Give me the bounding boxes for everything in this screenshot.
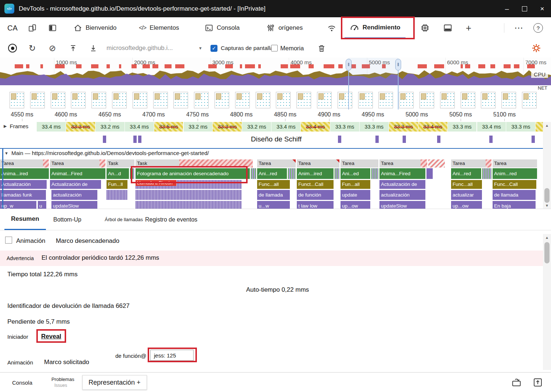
help-button[interactable]: ? <box>533 17 543 39</box>
close-button[interactable]: × <box>533 0 551 17</box>
screenshot-thumbnail[interactable] <box>358 92 373 108</box>
profile-label[interactable]: CA <box>7 17 18 39</box>
screenshot-thumbnail[interactable] <box>112 92 127 108</box>
layout-shift-marker[interactable] <box>133 136 137 143</box>
drawer-tab-issues[interactable]: Issues <box>54 383 67 388</box>
record-button[interactable] <box>8 39 17 58</box>
flame-bar[interactable]: Ani...ed <box>341 168 371 179</box>
frame-cell[interactable]: 33.3 ms <box>506 122 535 132</box>
frame-cell[interactable]: 33.5 ms <box>154 122 183 132</box>
download-profile-button[interactable] <box>89 39 97 58</box>
scrollbar-thumb[interactable] <box>544 188 550 203</box>
flame-bar[interactable]: An...d <box>107 168 129 179</box>
flame-bar[interactable]: de llamada <box>257 190 290 200</box>
summary-scrollbar[interactable]: ▲ <box>543 234 551 370</box>
flame-bar[interactable]: Task <box>136 159 253 168</box>
screenshot-thumbnail[interactable] <box>481 92 496 108</box>
range-handle-left[interactable]: ‖ <box>346 59 352 71</box>
tab-origenes[interactable]: orígenes <box>266 17 303 39</box>
flame-bar[interactable]: up...ow <box>451 201 482 209</box>
flame-bar[interactable] <box>371 168 379 179</box>
frame-cell[interactable]: 33.4 ms <box>301 122 330 132</box>
flame-bar[interactable]: up...ow <box>341 201 371 209</box>
tab-registro-eventos[interactable]: Registro de eventos <box>145 209 197 230</box>
frame-cell[interactable]: 33.4 ms <box>125 122 154 132</box>
screenshot-thumbnail[interactable] <box>91 92 106 108</box>
screenshot-thumbnail[interactable] <box>419 92 434 108</box>
frame-cell[interactable]: 33.2 ms <box>242 122 271 132</box>
profile-select-caret-icon[interactable]: ▼ <box>198 39 202 58</box>
flame-scrollbar[interactable]: ▲ ▼ <box>543 122 551 209</box>
main-track-header[interactable]: ▼ Main — https://microsoftedge.github.io… <box>0 148 551 157</box>
screenshot-thumbnail[interactable] <box>317 92 332 108</box>
screenshot-thumbnail[interactable] <box>461 92 475 108</box>
flame-bar[interactable]: de función <box>297 190 334 200</box>
screenshot-thumbnail[interactable] <box>440 92 455 108</box>
capture-settings-button[interactable] <box>531 39 541 58</box>
frame-cell[interactable]: 33.3 ms <box>360 122 389 132</box>
range-handle-right[interactable]: ‖ <box>395 59 401 71</box>
flame-bar[interactable]: En baja <box>493 201 536 209</box>
flame-bar[interactable] <box>335 168 340 179</box>
tab-resumen[interactable]: Resumen <box>4 209 46 230</box>
frame-cell[interactable]: 33.4 ms <box>271 122 300 132</box>
flame-bar[interactable]: Tarea <box>297 159 340 168</box>
minimize-button[interactable]: – <box>498 0 516 17</box>
tab-consola[interactable]: Consola <box>205 17 240 39</box>
frame-cell[interactable]: 33.3 ms <box>213 122 242 132</box>
flame-bar[interactable] <box>136 190 242 200</box>
memory-checkbox[interactable] <box>271 39 278 58</box>
flame-bar[interactable] <box>482 168 492 179</box>
flame-bar[interactable]: actualizar <box>451 190 482 200</box>
reveal-link[interactable]: Reveal <box>41 333 61 340</box>
screenshot-thumbnail[interactable] <box>399 92 414 108</box>
flame-bar[interactable]: u...w <box>257 201 290 209</box>
frames-track[interactable]: ▶ Frames 33.4 ms33.3 ms33.2 ms33.4 ms33.… <box>0 121 551 133</box>
frame-cell[interactable]: 33.3 ms <box>389 122 418 132</box>
flame-bar[interactable] <box>107 190 128 200</box>
selected-time-range[interactable] <box>349 58 398 85</box>
flame-bar[interactable]: Tarea <box>341 159 379 168</box>
flame-bar[interactable]: Tarea <box>493 159 537 168</box>
memory-label[interactable]: Memoria <box>280 39 304 58</box>
screenshot-thumbnail[interactable] <box>378 92 393 108</box>
flame-chart[interactable]: TareaTareaTaskTaskTareaTareaTareaTareaTa… <box>0 157 543 209</box>
screenshot-thumbnail[interactable] <box>194 92 209 108</box>
maximize-button[interactable] <box>516 0 533 17</box>
expand-drawer-button[interactable] <box>533 377 543 388</box>
layout-shift-marker[interactable] <box>375 136 379 143</box>
flame-bar[interactable]: Task <box>107 159 135 168</box>
flame-bar[interactable]: u <box>38 201 47 209</box>
flame-bar[interactable]: Func...all <box>257 180 290 189</box>
function-source-link[interactable]: jess: 125 <box>150 350 194 361</box>
frame-cell[interactable]: 33.4 ms <box>477 122 506 132</box>
flame-bar[interactable]: update <box>341 190 371 200</box>
drawer-tab-problemas[interactable]: Problemas <box>51 377 74 382</box>
layout-panel-button[interactable] <box>443 17 453 39</box>
flame-bar[interactable]: Tarea <box>379 159 428 168</box>
summary-checkbox[interactable] <box>5 237 12 244</box>
flame-bar[interactable]: Ani...red <box>451 168 482 179</box>
screenshot-thumbnail[interactable] <box>235 92 250 108</box>
frames-track-header[interactable]: ▶ Frames <box>4 123 28 129</box>
screenshot-thumbnail[interactable] <box>173 92 188 108</box>
flame-bar[interactable]: Func...all <box>451 180 482 189</box>
flame-bar[interactable]: llamadas funk <box>0 190 46 200</box>
flame-bar[interactable]: Fotograma de animación desencadenado <box>136 168 250 179</box>
flame-bar[interactable] <box>428 159 445 168</box>
flame-bar[interactable]: Func...Call <box>493 180 537 189</box>
drawer-tab-consola[interactable]: Consola <box>12 380 32 386</box>
profile-select[interactable]: microsoftedge.github.i... <box>107 39 173 58</box>
screenshot-thumbnail[interactable] <box>522 92 537 108</box>
scrollbar-thumb[interactable] <box>544 242 550 263</box>
device-emulation-button[interactable] <box>28 17 37 39</box>
flame-bar[interactable]: Llamada a Rincón <box>136 180 177 186</box>
frame-cell[interactable]: 33.2 ms <box>96 122 125 132</box>
reload-and-record-button[interactable]: ↻ <box>29 39 36 58</box>
flame-bar[interactable] <box>426 168 433 179</box>
dock-console-button[interactable] <box>511 377 522 388</box>
layout-shift-marker[interactable] <box>532 136 535 143</box>
flame-bar[interactable]: Fun...all <box>341 180 371 189</box>
frame-cell[interactable]: 33.3 ms <box>330 122 359 132</box>
scroll-down-icon[interactable]: ▼ <box>543 202 551 209</box>
